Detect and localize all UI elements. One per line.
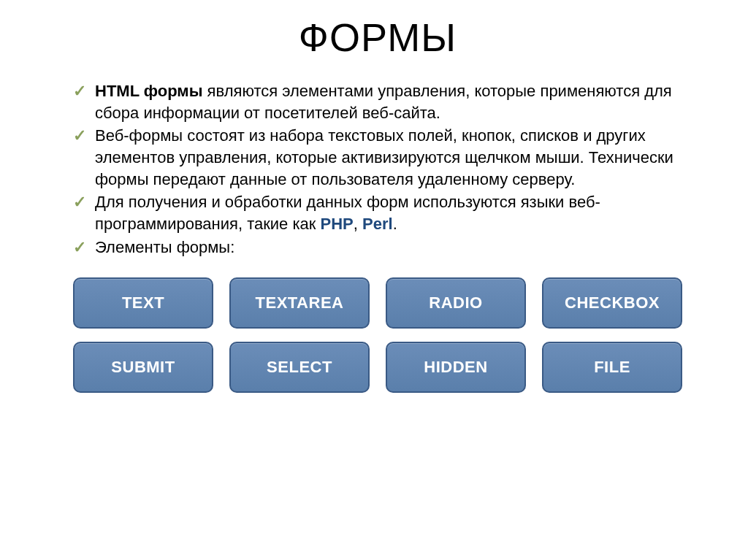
form-elements-grid: TEXT TEXTAREA RADIO CHECKBOX SUBMIT SELE… <box>51 277 704 393</box>
slide: ФОРМЫ HTML формы являются элементами упр… <box>0 0 748 560</box>
bullet-1-prefix: HTML формы <box>95 82 202 100</box>
bullet-item-4: Элементы формы: <box>73 237 704 258</box>
form-element-text: TEXT <box>73 277 213 329</box>
bullet-4-text: Элементы формы: <box>95 238 234 256</box>
form-element-submit: SUBMIT <box>73 342 213 393</box>
bullet-item-3: Для получения и обработки данных форм ис… <box>73 191 704 234</box>
form-element-textarea: TEXTAREA <box>229 277 370 329</box>
form-element-select: SELECT <box>229 342 370 393</box>
form-element-radio: RADIO <box>386 277 526 329</box>
bullet-2-text: Веб-формы состоят из набора текстовых по… <box>95 126 673 188</box>
bullet-3-end: . <box>393 215 397 233</box>
bullet-item-2: Веб-формы состоят из набора текстовых по… <box>73 125 704 190</box>
bullet-item-1: HTML формы являются элементами управлени… <box>73 80 704 123</box>
form-element-checkbox: CHECKBOX <box>542 277 682 329</box>
bullet-3-php: PHP <box>321 215 354 233</box>
bullet-3-perl: Perl <box>362 215 393 233</box>
bullet-list: HTML формы являются элементами управлени… <box>51 80 704 258</box>
page-title: ФОРМЫ <box>51 15 704 60</box>
bullet-3-sep: , <box>354 215 362 233</box>
form-element-hidden: HIDDEN <box>386 342 526 393</box>
form-element-file: FILE <box>542 342 682 393</box>
